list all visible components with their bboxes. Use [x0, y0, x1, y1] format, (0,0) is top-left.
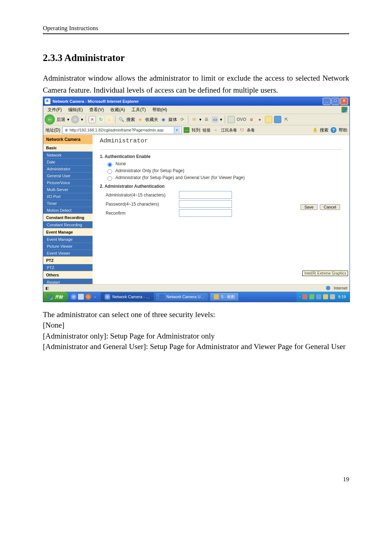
- admin-panel: Administrator 1. Authentication Enable N…: [93, 135, 350, 284]
- sidebar-item-picture-voice[interactable]: Picture/Voice: [43, 179, 93, 186]
- tray-icon-5[interactable]: [330, 294, 335, 299]
- tray-icon-4[interactable]: [323, 294, 328, 299]
- favorites-label[interactable]: 收藏夹: [145, 117, 158, 123]
- links-label[interactable]: 链接: [203, 127, 211, 133]
- history-button[interactable]: ⟳: [179, 116, 185, 123]
- address-dropdown-icon[interactable]: ▾: [174, 127, 180, 133]
- addr-extra-2[interactable]: 杀毒: [247, 127, 255, 133]
- admin-field-label: Administrator(4~15 characters): [106, 193, 175, 198]
- forward-button[interactable]: →: [71, 116, 79, 123]
- forward-dropdown-icon[interactable]: ▾: [81, 117, 83, 122]
- sidebar-item-picture-viewer[interactable]: Picture Viewer: [43, 243, 93, 250]
- snagit-icon[interactable]: ✋: [313, 127, 318, 133]
- cancel-button[interactable]: Cancel: [320, 204, 340, 210]
- link-icon[interactable]: ⇱: [283, 116, 290, 123]
- edit-dropdown-icon[interactable]: ▾: [220, 117, 222, 122]
- quicklaunch-desktop-icon[interactable]: [78, 294, 84, 300]
- address-input[interactable]: http://192.168.1.82/cgi/adminframe?Page=…: [62, 126, 181, 134]
- taskbar-item-paint[interactable]: 5 - 画图: [210, 292, 239, 301]
- tray-clock[interactable]: 9:19: [337, 295, 346, 299]
- taskbar-item-doc[interactable]: Network Camera U…: [155, 292, 209, 301]
- mail-button[interactable]: ✉: [191, 116, 197, 123]
- sidebar-item-ptz[interactable]: PTZ: [43, 264, 93, 271]
- go-button[interactable]: →: [184, 127, 189, 133]
- reconfirm-field-input[interactable]: [179, 209, 232, 217]
- menu-view[interactable]: 查看(V): [86, 106, 107, 114]
- print-button[interactable]: 🖶: [203, 116, 210, 123]
- media-icon[interactable]: ◉: [160, 116, 167, 123]
- extra-button-1[interactable]: [228, 116, 235, 123]
- tray-icon-1[interactable]: [302, 294, 307, 299]
- quicklaunch-firefox-icon[interactable]: [85, 294, 91, 300]
- sidebar-item-network[interactable]: Network: [43, 151, 93, 158]
- ovo-label[interactable]: OVO: [237, 117, 246, 122]
- addr-extra-1[interactable]: 江民杀毒: [221, 127, 237, 133]
- help-icon[interactable]: ?: [331, 127, 336, 133]
- sidebar-item-administrator[interactable]: Administrator: [43, 165, 93, 172]
- red-icon[interactable]: ●: [257, 116, 263, 123]
- sidebar-item-event-viewer[interactable]: Event Viewer: [43, 250, 93, 256]
- tray-chevron-icon[interactable]: ‹: [299, 295, 301, 299]
- menu-favorites[interactable]: 收藏(A): [107, 106, 128, 114]
- taskbar-item-doc-icon: [159, 294, 164, 299]
- mail-dropdown-icon[interactable]: ▾: [199, 117, 201, 122]
- save-button[interactable]: Save: [301, 204, 318, 210]
- ie-throbber-icon: [339, 106, 350, 114]
- auth-option-admin[interactable]: Administrator Only (for Setup Page): [106, 168, 342, 174]
- blue-icon[interactable]: [274, 116, 281, 123]
- refresh-button[interactable]: ↻: [98, 116, 104, 123]
- sidebar-item-timer[interactable]: Timer: [43, 200, 93, 207]
- search-icon[interactable]: 🔍: [118, 116, 124, 123]
- help-label[interactable]: 帮助: [339, 127, 347, 133]
- auth-radio-both[interactable]: [107, 176, 112, 181]
- window-maximize-button[interactable]: □: [331, 98, 339, 105]
- sidebar-item-multi-server[interactable]: Multi-Server: [43, 186, 93, 193]
- auth-label-none: None: [115, 161, 126, 166]
- sidebar-item-io-port[interactable]: I/O Port: [43, 193, 93, 200]
- sidebar-item-restart[interactable]: Restart: [43, 279, 93, 284]
- window-close-button[interactable]: ×: [340, 98, 348, 105]
- home-button[interactable]: ⌂: [106, 116, 113, 123]
- edit-button[interactable]: ▭: [212, 116, 218, 123]
- auth-radio-admin[interactable]: [107, 169, 112, 174]
- sidebar-item-constant-recording[interactable]: Constant Recording: [43, 221, 93, 228]
- taskbar: 开始 » Network Camera - … Network Camera U…: [43, 292, 350, 302]
- taskbar-item-doc-label: Network Camera U…: [167, 295, 205, 299]
- password-field-input[interactable]: [179, 200, 232, 208]
- tray-icon-3[interactable]: [316, 294, 321, 299]
- admin-field-input[interactable]: [179, 191, 232, 199]
- favorites-icon[interactable]: ★: [137, 116, 143, 123]
- search-label[interactable]: 搜索: [126, 117, 135, 123]
- quicklaunch-ie-icon[interactable]: [71, 294, 77, 300]
- auth-label-admin: Administrator Only (for Setup Page): [115, 168, 184, 173]
- links-chevron-icon[interactable]: »: [213, 128, 218, 132]
- auth-radio-none[interactable]: [107, 162, 112, 167]
- addr-kill-icon[interactable]: 🛡: [240, 128, 244, 132]
- menu-file[interactable]: 文件(F): [45, 106, 65, 114]
- back-dropdown-icon[interactable]: ▾: [67, 117, 69, 122]
- sidebar-item-general-user[interactable]: General User: [43, 172, 93, 179]
- yellow-icon[interactable]: [265, 116, 272, 123]
- select-levels-text: The administrator can select one of thre…: [43, 309, 349, 320]
- stop-button[interactable]: ✕: [89, 116, 96, 123]
- alpha-icon[interactable]: α: [248, 116, 255, 123]
- menu-tools[interactable]: 工具(T): [128, 106, 148, 114]
- auth-option-none[interactable]: None: [106, 161, 342, 167]
- sidebar-item-date[interactable]: Date: [43, 158, 93, 165]
- quicklaunch-chevron-icon[interactable]: »: [93, 295, 98, 299]
- window-minimize-button[interactable]: _: [323, 98, 331, 105]
- start-button[interactable]: 开始: [43, 292, 68, 302]
- intro-paragraph: Administrator window allows the administ…: [43, 72, 349, 96]
- sidebar-item-motion-detect[interactable]: Motion Detect: [43, 207, 93, 214]
- taskbar-item-ie[interactable]: Network Camera - …: [101, 292, 154, 301]
- auth-option-both[interactable]: Administrator (for Setup Page) and Gener…: [106, 175, 342, 181]
- sidebar-item-event-manage[interactable]: Event Manage: [43, 236, 93, 243]
- snagit-label[interactable]: 搜索: [320, 127, 328, 133]
- menu-help[interactable]: 帮助(H): [150, 106, 170, 114]
- sidebar-group-ptz: PTZ: [43, 256, 93, 264]
- tray-icon-2[interactable]: [309, 294, 314, 299]
- admin-title: Administrator: [100, 137, 342, 144]
- media-label[interactable]: 媒体: [168, 117, 177, 123]
- back-button[interactable]: ←: [45, 114, 55, 125]
- menu-edit[interactable]: 编辑(E): [65, 106, 86, 114]
